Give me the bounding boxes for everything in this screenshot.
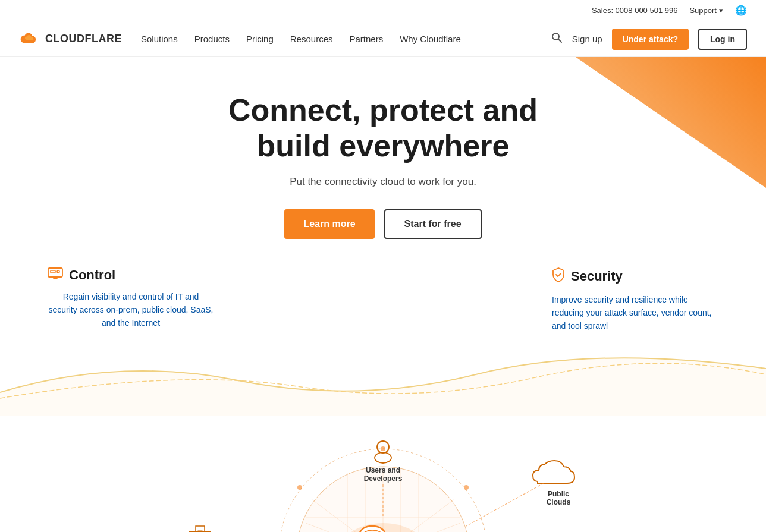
nav-link-solutions[interactable]: Solutions: [141, 34, 178, 44]
connectivity-diagram-svg: Connectivity Cloud Users and Developers …: [175, 428, 591, 532]
node-users: [375, 441, 391, 463]
feature-security-header: Security: [552, 267, 718, 286]
svg-point-32: [375, 452, 391, 463]
hero-corner-decoration: [576, 57, 766, 188]
svg-line-1: [558, 39, 561, 42]
feature-security-desc: Improve security and resilience while re…: [552, 293, 718, 333]
nav-links: Solutions Products Pricing Resources Par…: [141, 34, 551, 44]
login-button[interactable]: Log in: [698, 29, 747, 50]
hero-headline-line2: build everywhere: [257, 128, 510, 163]
logo-link[interactable]: CLOUDFLARE: [19, 31, 122, 48]
language-selector[interactable]: 🌐: [735, 5, 747, 16]
svg-point-24: [464, 485, 469, 490]
features-row: Control Regain visibility and control of…: [12, 267, 754, 333]
search-icon[interactable]: [551, 32, 563, 46]
hero-section: Connect, protect and build everywhere Pu…: [0, 57, 766, 357]
wave-section: Connectivity Cloud Users and Developers …: [0, 345, 766, 532]
signup-button[interactable]: Sign up: [572, 34, 602, 44]
feature-control-desc: Regain visibility and control of IT and …: [48, 290, 214, 330]
node-public-clouds: [533, 461, 574, 483]
feature-control-title: Control: [69, 267, 115, 283]
under-attack-button[interactable]: Under attack?: [612, 29, 689, 50]
diagram-section: Connectivity Cloud Users and Developers …: [0, 416, 766, 532]
cloudflare-logo-icon: [19, 31, 40, 48]
hero-headline: Connect, protect and build everywhere: [175, 93, 591, 164]
wave-decoration: [0, 345, 766, 416]
nav-link-resources[interactable]: Resources: [290, 34, 333, 44]
hero-buttons: Learn more Start for free: [12, 209, 754, 239]
svg-text:Clouds: Clouds: [547, 498, 571, 506]
node-users-label1: Users and: [366, 466, 400, 474]
control-icon: [48, 267, 63, 282]
svg-line-69: [466, 483, 544, 526]
svg-point-29: [297, 485, 302, 490]
learn-more-button[interactable]: Learn more: [284, 209, 374, 239]
svg-text:Public: Public: [548, 490, 569, 498]
svg-point-4: [57, 270, 59, 273]
logo-text: CLOUDFLARE: [45, 33, 122, 45]
security-icon: [552, 267, 565, 286]
feature-security-title: Security: [571, 269, 623, 284]
diagram-wrapper: Connectivity Cloud Users and Developers …: [175, 428, 591, 532]
feature-control: Control Regain visibility and control of…: [48, 267, 214, 330]
nav-link-products[interactable]: Products: [194, 34, 230, 44]
node-enterprise: [190, 526, 211, 532]
nav-link-partners[interactable]: Partners: [349, 34, 383, 44]
feature-control-header: Control: [48, 267, 214, 283]
start-free-button[interactable]: Start for free: [384, 209, 482, 239]
svg-rect-3: [51, 270, 55, 273]
feature-security: Security Improve security and resilience…: [552, 267, 718, 333]
support-chevron-icon: ▾: [719, 6, 723, 15]
svg-rect-55: [196, 526, 205, 532]
hero-headline-line1: Connect, protect and: [228, 93, 538, 127]
nav-link-pricing[interactable]: Pricing: [246, 34, 274, 44]
nav-link-why[interactable]: Why Cloudflare: [400, 34, 461, 44]
hero-subheadline: Put the connectivity cloud to work for y…: [12, 176, 754, 188]
nav-actions: Sign up Under attack? Log in: [551, 29, 747, 50]
main-nav: CLOUDFLARE Solutions Products Pricing Re…: [0, 21, 766, 57]
support-menu[interactable]: Support ▾: [689, 6, 723, 15]
node-users-label2: Developers: [364, 474, 403, 483]
top-bar: Sales: 0008 000 501 996 Support ▾ 🌐: [0, 0, 766, 21]
sales-info: Sales: 0008 000 501 996: [592, 6, 678, 15]
svg-point-23: [381, 446, 385, 451]
support-label: Support: [689, 6, 717, 15]
